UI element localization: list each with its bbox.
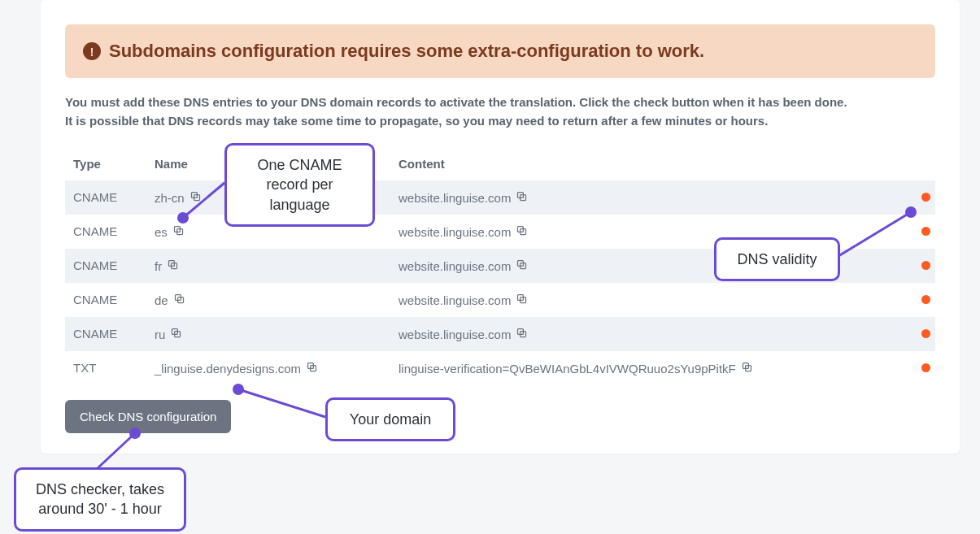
cell-content: website.linguise.com	[390, 283, 895, 317]
instructions-text: You must add these DNS entries to your D…	[65, 93, 935, 131]
cell-type: TXT	[65, 351, 146, 385]
status-dot-icon	[921, 295, 930, 304]
cell-name: de	[146, 283, 390, 317]
record-name-text: _linguise.denydesigns.com	[155, 362, 301, 376]
record-content-text: website.linguise.com	[399, 225, 511, 239]
cell-type: CNAME	[65, 215, 146, 249]
cell-name: ru	[146, 317, 390, 351]
cell-status	[895, 249, 935, 283]
copy-icon[interactable]	[516, 190, 528, 202]
annotation-your-domain: Your domain	[325, 397, 455, 441]
cell-type: CNAME	[65, 249, 146, 283]
annotation-anchor-icon	[177, 212, 189, 224]
col-header-type: Type	[65, 147, 146, 180]
check-dns-button[interactable]: Check DNS configuration	[65, 400, 231, 433]
record-content-text: website.linguise.com	[399, 328, 511, 341]
cell-status	[895, 215, 935, 249]
record-name-text: zh-cn	[155, 191, 185, 205]
cell-content: website.linguise.com	[390, 317, 895, 351]
copy-icon[interactable]	[173, 293, 185, 305]
copy-icon[interactable]	[741, 361, 753, 373]
exclamation-icon: !	[83, 42, 101, 60]
annotation-anchor-icon	[905, 206, 917, 218]
annotation-dns-validity: DNS validity	[714, 237, 840, 281]
table-row: CNAMEruwebsite.linguise.com	[65, 317, 935, 351]
record-name-text: fr	[155, 259, 162, 273]
copy-icon[interactable]	[167, 258, 179, 271]
instructions-line: It is possible that DNS records may take…	[65, 111, 935, 130]
warning-text: Subdomains configuration requires some e…	[109, 41, 704, 62]
record-name-text: es	[155, 225, 168, 239]
status-dot-icon	[921, 193, 930, 202]
status-dot-icon	[921, 261, 930, 270]
copy-icon[interactable]	[516, 224, 528, 237]
cell-type: CNAME	[65, 283, 146, 317]
record-content-text: website.linguise.com	[399, 293, 511, 307]
cell-status	[895, 317, 935, 351]
copy-icon[interactable]	[172, 224, 185, 237]
cell-status	[895, 351, 935, 385]
cell-type: CNAME	[65, 180, 146, 215]
cell-content: website.linguise.com	[390, 180, 895, 215]
record-content-text: linguise-verification=QvBeWIAnGbL4vIVWQR…	[399, 362, 736, 376]
cell-type: CNAME	[65, 317, 146, 351]
annotation-anchor-icon	[233, 384, 244, 395]
record-name-text: de	[155, 293, 168, 307]
cell-content: linguise-verification=QvBeWIAnGbL4vIVWQR…	[390, 351, 895, 385]
col-header-content: Content	[390, 147, 895, 180]
cell-status	[895, 283, 935, 317]
copy-icon[interactable]	[516, 258, 528, 271]
status-dot-icon	[921, 329, 930, 338]
status-dot-icon	[921, 227, 930, 236]
annotation-dns-checker: DNS checker, takes around 30' - 1 hour	[14, 467, 186, 532]
col-header-status	[895, 147, 935, 180]
table-row: CNAMEzh-cnwebsite.linguise.com	[65, 180, 935, 215]
cell-name: fr	[146, 249, 390, 283]
copy-icon[interactable]	[516, 293, 528, 305]
record-content-text: website.linguise.com	[399, 259, 511, 273]
table-row: CNAMEdewebsite.linguise.com	[65, 283, 935, 317]
record-name-text: ru	[155, 328, 165, 341]
annotation-cname-per-language: One CNAME record per language	[224, 143, 375, 227]
copy-icon[interactable]	[170, 327, 182, 339]
copy-icon[interactable]	[516, 327, 528, 339]
annotation-anchor-icon	[129, 428, 141, 439]
status-dot-icon	[921, 363, 930, 372]
record-content-text: website.linguise.com	[399, 191, 511, 205]
instructions-line: You must add these DNS entries to your D…	[65, 93, 935, 111]
dns-config-panel: ! Subdomains configuration requires some…	[41, 0, 960, 454]
warning-banner: ! Subdomains configuration requires some…	[65, 24, 935, 78]
copy-icon[interactable]	[306, 361, 318, 373]
copy-icon[interactable]	[189, 190, 202, 202]
cell-name: _linguise.denydesigns.com	[146, 351, 390, 385]
table-row: TXT_linguise.denydesigns.comlinguise-ver…	[65, 351, 935, 385]
